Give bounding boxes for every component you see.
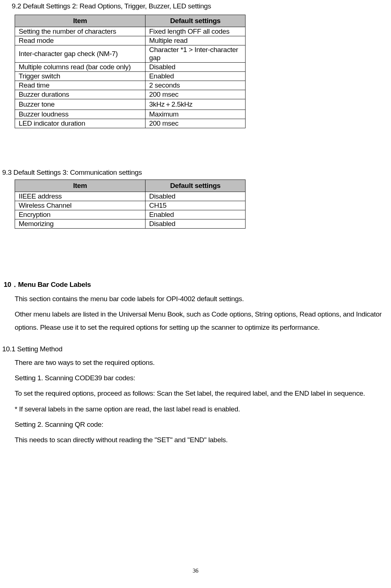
table-cell: Enabled bbox=[145, 72, 246, 81]
table-row: Wireless ChannelCH15 bbox=[15, 201, 246, 210]
section-10-heading: 10．Menu Bar Code Labels bbox=[4, 280, 391, 289]
table-cell: Disabled bbox=[145, 192, 246, 201]
table-default-settings-2: Item Default settings Setting the number… bbox=[15, 15, 246, 128]
table-header-default: Default settings bbox=[145, 15, 246, 27]
table-cell: Setting the number of characters bbox=[15, 27, 145, 36]
table-row: Buzzer loudnessMaximum bbox=[15, 110, 246, 119]
table-cell: Trigger switch bbox=[15, 72, 145, 81]
table-cell: LED indicator duration bbox=[15, 119, 145, 128]
section-93-heading: 9.3 Default Settings 3: Communication se… bbox=[2, 169, 391, 177]
table-row: Setting the number of charactersFixed le… bbox=[15, 27, 246, 36]
table-row: MemorizingDisabled bbox=[15, 219, 246, 229]
table-cell: Disabled bbox=[145, 63, 246, 72]
section-10-p2: Other menu labels are listed in the Univ… bbox=[15, 308, 391, 334]
table-header-item: Item bbox=[15, 15, 145, 27]
table-cell: Disabled bbox=[145, 219, 246, 229]
table-cell: Character *1 > Inter-character gap bbox=[145, 45, 246, 63]
section-101-heading: 10.1 Setting Method bbox=[2, 345, 391, 353]
table-row: Inter-character gap check (NM-7)Characte… bbox=[15, 45, 246, 63]
table-header-row: Item Default settings bbox=[15, 15, 246, 27]
table-cell: 200 msec bbox=[145, 119, 246, 128]
section-10-num: 10． bbox=[4, 281, 18, 288]
section-10-p1: This section contains the menu bar code … bbox=[15, 292, 391, 306]
section-101-p2: Setting 1. Scanning CODE39 bar codes: bbox=[15, 371, 391, 385]
table-header-item: Item bbox=[15, 180, 145, 192]
section-101-p6: This needs to scan directly without read… bbox=[15, 433, 391, 447]
table-cell: Fixed length OFF all codes bbox=[145, 27, 246, 36]
table-cell: Buzzer loudness bbox=[15, 110, 145, 119]
table-row: Multiple columns read (bar code only) Di… bbox=[15, 63, 246, 72]
table-cell: Memorizing bbox=[15, 219, 145, 229]
table-row: LED indicator duration200 msec bbox=[15, 119, 246, 128]
table-cell: Buzzer tone bbox=[15, 99, 145, 110]
table-row: IIEEE addressDisabled bbox=[15, 192, 246, 201]
table-cell: Multiple read bbox=[145, 36, 246, 45]
table-cell: Maximum bbox=[145, 110, 246, 119]
table-row: Buzzer durations200 msec bbox=[15, 90, 246, 99]
table-cell: 3kHz＋2.5kHz bbox=[145, 99, 246, 110]
table-cell: Encryption bbox=[15, 210, 145, 219]
table-default-settings-3: Item Default settings IIEEE addressDisab… bbox=[15, 180, 246, 229]
table-row: Read time2 seconds bbox=[15, 81, 246, 90]
table-cell: 200 msec bbox=[145, 90, 246, 99]
table-row: EncryptionEnabled bbox=[15, 210, 246, 219]
table-header-row: Item Default settings bbox=[15, 180, 246, 192]
table-row: Read modeMultiple read bbox=[15, 36, 246, 45]
section-92-heading: 9.2 Default Settings 2: Read Options, Tr… bbox=[12, 2, 391, 10]
page-number: 36 bbox=[0, 567, 391, 574]
section-101-p4: * If several labels in the same option a… bbox=[15, 403, 391, 416]
section-101-p3: To set the required options, proceed as … bbox=[15, 387, 391, 400]
table-cell: 2 seconds bbox=[145, 81, 246, 90]
table-row: Trigger switchEnabled bbox=[15, 72, 246, 81]
table-cell: Inter-character gap check (NM-7) bbox=[15, 45, 145, 63]
table-cell: Read time bbox=[15, 81, 145, 90]
page-content: 9.2 Default Settings 2: Read Options, Tr… bbox=[0, 2, 391, 588]
table-cell: Wireless Channel bbox=[15, 201, 145, 210]
section-10-title: Menu Bar Code Labels bbox=[18, 281, 91, 288]
table-header-default: Default settings bbox=[145, 180, 246, 192]
section-101-p1: There are two ways to set the required o… bbox=[15, 356, 391, 369]
table-cell: Multiple columns read (bar code only) bbox=[15, 63, 145, 72]
table-row: Buzzer tone3kHz＋2.5kHz bbox=[15, 99, 246, 110]
table-cell: Read mode bbox=[15, 36, 145, 45]
table-cell: Buzzer durations bbox=[15, 90, 145, 99]
section-101-p5: Setting 2. Scanning QR code: bbox=[15, 418, 391, 431]
table-cell: Enabled bbox=[145, 210, 246, 219]
table-cell: CH15 bbox=[145, 201, 246, 210]
table-cell: IIEEE address bbox=[15, 192, 145, 201]
